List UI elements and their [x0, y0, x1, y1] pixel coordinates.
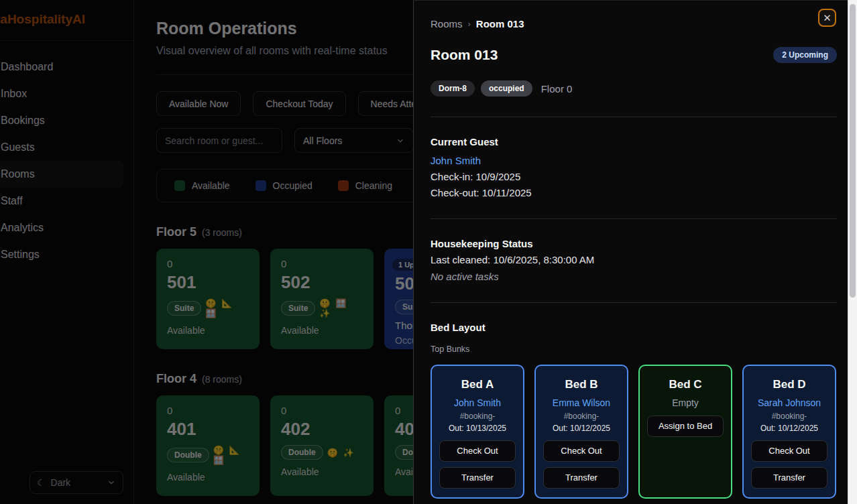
- top-bunks-grid: Bed A John Smith #booking- Out: 10/13/20…: [431, 365, 837, 499]
- room-detail-panel: ✕ Rooms › Room 013 Room 013 2 Upcoming D…: [413, 0, 848, 504]
- bed-name: Bed C: [646, 378, 724, 391]
- transfer-button[interactable]: Transfer: [439, 467, 516, 489]
- room-type-badge: Dorm-8: [431, 80, 475, 97]
- check-out-button[interactable]: Check Out: [543, 440, 620, 462]
- room-status-badge: occupied: [481, 80, 532, 97]
- current-guest-heading: Current Guest: [431, 136, 837, 147]
- booking-ref: #booking-: [750, 412, 828, 421]
- bed-out-date: Out: 10/12/2025: [542, 424, 620, 433]
- room-title: Room 013: [431, 47, 498, 63]
- booking-ref: #booking-: [439, 412, 516, 421]
- top-bunks-label: Top Bunks: [431, 344, 837, 354]
- transfer-button[interactable]: Transfer: [543, 467, 620, 489]
- upcoming-badge: 2 Upcoming: [773, 47, 837, 63]
- bed-guest-link[interactable]: Sarah Johnson: [750, 397, 828, 408]
- bed-layout-heading: Bed Layout: [431, 322, 837, 333]
- bed-card-a: Bed A John Smith #booking- Out: 10/13/20…: [431, 365, 524, 499]
- scrollbar-thumb[interactable]: [850, 4, 856, 298]
- app-window: taHospitalityAI Dashboard Inbox Bookings…: [0, 0, 857, 504]
- assign-to-bed-button[interactable]: Assign to Bed: [647, 416, 724, 437]
- bed-card-c: Bed C Empty Assign to Bed: [638, 365, 732, 499]
- vertical-scrollbar[interactable]: [848, 0, 857, 504]
- close-icon: ✕: [823, 12, 832, 24]
- breadcrumb-current: Room 013: [476, 18, 524, 29]
- room-badges: Dorm-8 occupied Floor 0: [431, 80, 837, 97]
- divider: [431, 117, 837, 117]
- bed-out-date: Out: 10/12/2025: [750, 424, 828, 433]
- bed-card-d: Bed D Sarah Johnson #booking- Out: 10/12…: [742, 365, 836, 499]
- bed-guest-link[interactable]: Emma Wilson: [542, 397, 620, 408]
- close-button[interactable]: ✕: [818, 9, 836, 27]
- divider: [431, 302, 837, 303]
- check-out-date: Check-out: 10/11/2025: [431, 187, 837, 198]
- transfer-button[interactable]: Transfer: [751, 467, 827, 489]
- active-tasks: No active tasks: [431, 271, 837, 282]
- floor-label: Floor 0: [541, 83, 573, 94]
- check-out-button[interactable]: Check Out: [751, 440, 827, 462]
- bed-name: Bed D: [750, 378, 828, 391]
- bed-empty-label: Empty: [646, 397, 724, 408]
- divider: [431, 218, 837, 219]
- housekeeping-heading: Housekeeping Status: [431, 238, 837, 249]
- bed-out-date: Out: 10/13/2025: [439, 424, 516, 433]
- last-cleaned: Last cleaned: 10/6/2025, 8:30:00 AM: [431, 254, 837, 265]
- bed-card-b: Bed B Emma Wilson #booking- Out: 10/12/2…: [534, 365, 628, 499]
- check-out-button[interactable]: Check Out: [439, 440, 516, 462]
- check-in-date: Check-in: 10/9/2025: [431, 171, 837, 182]
- breadcrumb-rooms[interactable]: Rooms: [431, 18, 463, 29]
- bed-name: Bed B: [542, 378, 620, 391]
- breadcrumb: Rooms › Room 013: [431, 18, 837, 29]
- booking-ref: #booking-: [542, 412, 620, 421]
- guest-name-link[interactable]: John Smith: [431, 155, 837, 166]
- bed-guest-link[interactable]: John Smith: [439, 397, 516, 408]
- chevron-right-icon: ›: [468, 19, 471, 29]
- bed-name: Bed A: [439, 378, 516, 391]
